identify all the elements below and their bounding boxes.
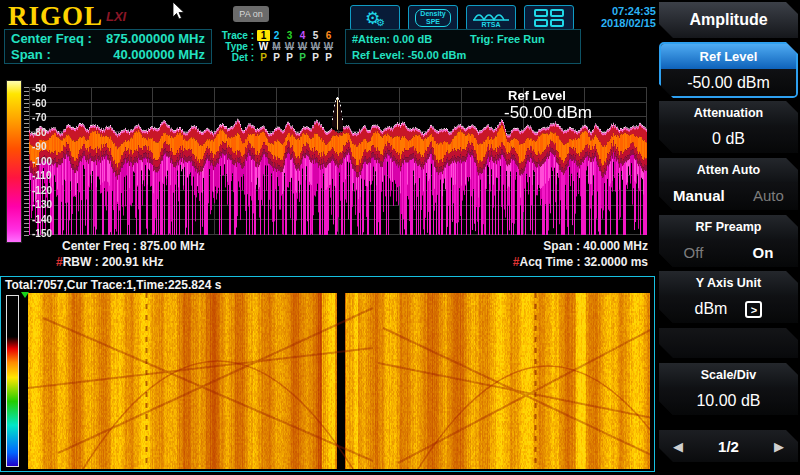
density-colorbar <box>6 80 22 243</box>
trace-4[interactable]: 4 <box>296 30 309 41</box>
y-label: -70 <box>32 112 46 123</box>
page-next-icon[interactable]: ▶ <box>774 439 784 454</box>
rf-preamp-label: RF Preamp <box>659 215 798 239</box>
trace-type-5: W <box>309 41 322 52</box>
trace-1[interactable]: 1 <box>257 30 270 41</box>
trace-6[interactable]: 6 <box>322 30 335 41</box>
trace-det-4: P <box>296 52 309 63</box>
lxi-logo: LXI <box>106 9 126 24</box>
span-value: 40.000000 MHz <box>113 47 205 63</box>
y-label: -130 <box>32 199 52 210</box>
atten-auto-option[interactable]: Auto <box>753 182 784 210</box>
rtsa-mode-button[interactable]: RTSA <box>466 5 516 31</box>
y-label: -80 <box>32 127 46 138</box>
attenuation-button[interactable]: Attenuation 0 dB <box>659 101 798 153</box>
trace-type-6: W <box>322 41 335 52</box>
system-settings-button[interactable]: ⚙⚙ <box>350 5 400 31</box>
ref-level-annotation-label: Ref Level <box>508 88 566 103</box>
frequency-info-box: Center Freq : 875.000000 MHz Span : 40.0… <box>4 29 212 64</box>
page-prev-icon[interactable]: ◀ <box>673 439 683 454</box>
attenuation-value: 0 dB <box>659 125 798 153</box>
trace-det-3: P <box>283 52 296 63</box>
rf-preamp-off-option[interactable]: Off <box>684 239 704 267</box>
trace-det-2: P <box>270 52 283 63</box>
page-indicator: 1/2 <box>718 438 739 455</box>
empty-softkey <box>659 328 798 358</box>
y-axis-unit-label: Y Axis Unit <box>659 271 798 295</box>
ref-level-button[interactable]: Ref Level -50.00 dBm <box>659 42 798 98</box>
submenu-arrow-icon: > <box>745 301 762 318</box>
multi-window-icon <box>534 9 564 27</box>
page-navigation[interactable]: ◀ 1/2 ▶ <box>659 430 798 462</box>
trace-type-4: W <box>296 41 309 52</box>
ref-level-button-label: Ref Level <box>661 44 796 69</box>
spectrogram-display <box>28 293 650 469</box>
trace-5[interactable]: 5 <box>309 30 322 41</box>
footer-acq-time: #Acq Time : 32.0000 ms <box>480 255 648 269</box>
trigger-readout: Trig: Free Run <box>470 31 545 47</box>
trace-det-1: P <box>257 52 270 63</box>
footer-rbw: #RBW : 200.91 kHz <box>56 255 163 269</box>
footer-span: Span : 40.000 MHz <box>500 239 648 253</box>
y-label: -140 <box>32 214 52 225</box>
scale-div-value: 10.00 dB <box>659 387 798 415</box>
clock-time: 07:24:35 <box>588 5 656 17</box>
trace-type-3: W <box>283 41 296 52</box>
scale-div-label: Scale/Div <box>659 363 798 387</box>
trace-2[interactable]: 2 <box>270 30 283 41</box>
atten-auto-button[interactable]: Atten Auto Manual Auto <box>659 158 798 210</box>
rtsa-waveform-icon <box>473 9 509 21</box>
density-spe-icon: Density SPE <box>415 9 450 27</box>
ref-level-button-value: -50.00 dBm <box>661 69 796 96</box>
y-label: -50 <box>32 83 46 94</box>
y-label: -120 <box>32 185 52 196</box>
menu-title: Amplitude <box>659 2 798 38</box>
y-label: -60 <box>32 98 46 109</box>
spectrogram-panel: Total:7057,Cur Trace:1,Time:225.824 s <box>0 276 655 472</box>
spectrogram-status: Total:7057,Cur Trace:1,Time:225.824 s <box>5 278 221 292</box>
trace-legend: Trace : 1 2 3 4 5 6 Type : W M W W W W D… <box>214 30 335 63</box>
atten-auto-label: Atten Auto <box>659 158 798 182</box>
span-label: Span : <box>11 47 51 63</box>
spectrogram-colorbar <box>6 295 19 467</box>
y-label: -110 <box>32 170 51 181</box>
trace-det-6: P <box>322 52 335 63</box>
rf-preamp-button[interactable]: RF Preamp Off On <box>659 215 798 267</box>
trace-det-5: P <box>309 52 322 63</box>
footer-center-freq: Center Freq : 875.00 MHz <box>62 239 205 253</box>
clock-date: 2018/02/15 <box>588 17 656 29</box>
density-mode-button[interactable]: Density SPE <box>408 5 458 31</box>
multi-window-button[interactable] <box>524 5 574 31</box>
trace-type-1: W <box>257 41 270 52</box>
ref-level-readout: Ref Level: -50.00 dBm <box>352 47 466 63</box>
ref-level-annotation-value: -50.00 dBm <box>504 103 592 123</box>
rf-preamp-on-option[interactable]: On <box>753 239 774 267</box>
trace-3[interactable]: 3 <box>283 30 296 41</box>
pa-on-button[interactable]: PA on <box>233 6 269 22</box>
gear-small-icon: ⚙ <box>376 17 385 28</box>
y-label: -90 <box>32 141 46 152</box>
atten-readout: #Atten: 0.00 dB <box>352 31 432 47</box>
amplitude-info-box: #Atten: 0.00 dB Trig: Free Run Ref Level… <box>345 29 581 64</box>
softkey-menu: Amplitude Ref Level -50.00 dBm Attenuati… <box>657 0 800 475</box>
attenuation-label: Attenuation <box>659 101 798 125</box>
atten-manual-option[interactable]: Manual <box>673 182 725 210</box>
center-freq-value: 875.000000 MHz <box>106 31 205 47</box>
y-axis-unit-value: dBm <box>695 295 728 323</box>
scale-div-button[interactable]: Scale/Div 10.00 dB <box>659 363 798 415</box>
center-freq-label: Center Freq : <box>11 31 92 47</box>
y-label: -100 <box>32 156 52 167</box>
mouse-cursor <box>172 2 186 22</box>
rigol-logo: RIGOL <box>8 1 103 32</box>
trace-type-2: M <box>270 41 283 52</box>
y-axis-unit-button[interactable]: Y Axis Unit dBm > <box>659 271 798 323</box>
y-label: -150 <box>32 228 52 239</box>
